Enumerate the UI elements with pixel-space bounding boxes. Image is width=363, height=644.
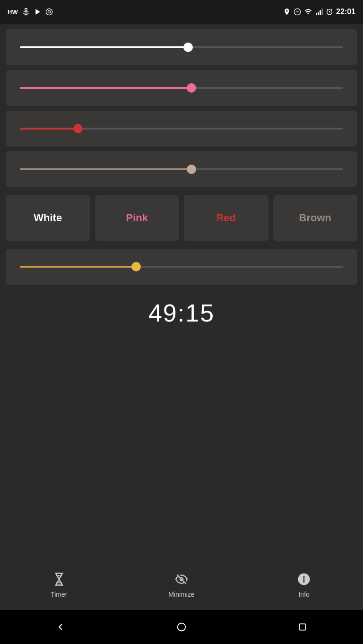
- timer-slider-card[interactable]: [6, 249, 357, 285]
- white-slider-card[interactable]: [6, 29, 357, 65]
- alarm-icon: [326, 8, 333, 16]
- brown-color-label: Brown: [299, 212, 331, 224]
- svg-marker-3: [35, 9, 40, 15]
- brown-color-button[interactable]: Brown: [273, 195, 358, 241]
- brown-slider-card[interactable]: [6, 151, 357, 187]
- color-buttons-row: White Pink Red Brown: [6, 195, 357, 241]
- white-slider-track[interactable]: [20, 43, 343, 52]
- home-button[interactable]: [172, 618, 191, 636]
- back-button[interactable]: [51, 618, 70, 636]
- pink-color-label: Pink: [126, 212, 148, 224]
- location-icon: [283, 8, 291, 16]
- red-color-label: Red: [216, 212, 236, 224]
- svg-rect-25: [299, 624, 305, 630]
- anchor-icon: [22, 8, 30, 16]
- svg-rect-10: [320, 10, 321, 15]
- red-slider-card[interactable]: [6, 111, 357, 147]
- svg-point-5: [48, 10, 50, 13]
- pink-slider-track[interactable]: [20, 83, 343, 93]
- android-nav-bar: [0, 610, 363, 644]
- info-icon: [295, 571, 312, 588]
- svg-point-0: [25, 9, 27, 11]
- timer-value: 49:15: [148, 299, 215, 327]
- timer-display: 49:15: [6, 289, 357, 332]
- pink-slider-card[interactable]: [6, 70, 357, 106]
- pink-color-button[interactable]: Pink: [95, 195, 180, 241]
- nav-info[interactable]: Info: [286, 566, 322, 603]
- svg-line-15: [327, 9, 328, 10]
- svg-rect-8: [316, 13, 317, 15]
- hw-icon: HW: [8, 9, 18, 16]
- play-icon: [34, 8, 42, 16]
- red-color-button[interactable]: Red: [184, 195, 268, 241]
- status-icons-left: HW: [8, 8, 53, 16]
- minimize-nav-label: Minimize: [168, 591, 194, 598]
- svg-point-24: [178, 623, 186, 631]
- dnd-icon: [294, 8, 301, 16]
- status-bar: HW: [0, 0, 363, 24]
- svg-point-4: [46, 9, 52, 15]
- red-slider-track[interactable]: [20, 124, 343, 133]
- svg-line-16: [331, 9, 332, 10]
- signal-icon: [315, 8, 323, 16]
- wifi-icon: [304, 8, 312, 16]
- timer-slider-track[interactable]: [20, 262, 343, 271]
- eye-off-icon: [173, 571, 190, 588]
- timer-nav-label: Timer: [51, 591, 67, 598]
- recents-button[interactable]: [293, 618, 312, 636]
- svg-rect-9: [318, 12, 319, 15]
- white-color-label: White: [34, 212, 62, 224]
- status-time: 22:01: [336, 8, 355, 16]
- hourglass-icon: [51, 571, 68, 588]
- info-nav-label: Info: [298, 591, 309, 598]
- nav-timer[interactable]: Timer: [41, 566, 77, 603]
- main-content: White Pink Red Brown 49:15: [0, 24, 363, 558]
- status-icons-right: 22:01: [283, 8, 355, 16]
- white-color-button[interactable]: White: [6, 195, 90, 241]
- nav-minimize[interactable]: Minimize: [159, 566, 204, 603]
- svg-rect-11: [321, 9, 323, 15]
- bottom-nav: Timer Minimize Info: [0, 558, 363, 610]
- brown-slider-track[interactable]: [20, 165, 343, 174]
- target-icon: [45, 8, 53, 16]
